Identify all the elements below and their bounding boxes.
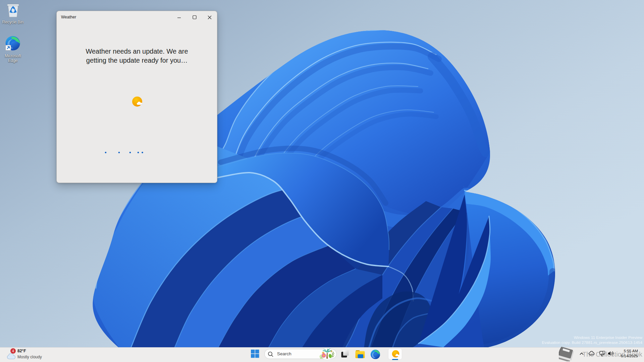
svg-text:4: 4 (12, 349, 14, 353)
